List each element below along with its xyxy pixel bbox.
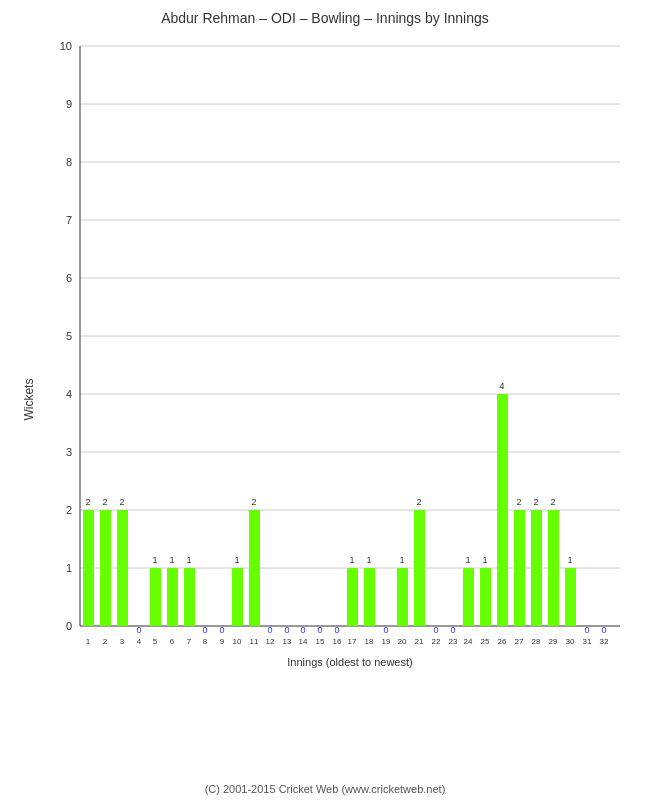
bar-24 — [463, 568, 474, 626]
svg-text:4: 4 — [137, 637, 142, 646]
svg-text:30: 30 — [566, 637, 575, 646]
svg-text:0: 0 — [383, 625, 388, 635]
svg-text:2: 2 — [66, 504, 72, 516]
svg-text:2: 2 — [550, 497, 555, 507]
bar-20 — [397, 568, 408, 626]
svg-text:2: 2 — [533, 497, 538, 507]
svg-text:1: 1 — [465, 555, 470, 565]
svg-text:19: 19 — [382, 637, 391, 646]
bar-1 — [83, 510, 94, 626]
copyright-text: (C) 2001-2015 Cricket Web (www.cricketwe… — [0, 779, 650, 795]
svg-text:2: 2 — [516, 497, 521, 507]
svg-text:1: 1 — [152, 555, 157, 565]
svg-text:1: 1 — [567, 555, 572, 565]
svg-text:24: 24 — [464, 637, 473, 646]
chart-svg: 10 9 8 7 6 5 4 3 2 1 — [50, 36, 640, 716]
bar-2 — [100, 510, 111, 626]
svg-text:9: 9 — [66, 98, 72, 110]
svg-text:7: 7 — [66, 214, 72, 226]
svg-text:11: 11 — [250, 637, 259, 646]
svg-text:3: 3 — [66, 446, 72, 458]
svg-text:3: 3 — [120, 637, 125, 646]
bar-28 — [531, 510, 542, 626]
svg-text:0: 0 — [267, 625, 272, 635]
svg-text:0: 0 — [66, 620, 72, 632]
svg-text:25: 25 — [481, 637, 490, 646]
svg-text:8: 8 — [203, 637, 208, 646]
svg-text:4: 4 — [499, 381, 504, 391]
svg-text:1: 1 — [482, 555, 487, 565]
chart-container: Abdur Rehman – ODI – Bowling – Innings b… — [0, 0, 650, 800]
bar-10 — [232, 568, 243, 626]
bar-25 — [480, 568, 491, 626]
svg-text:0: 0 — [317, 625, 322, 635]
bar-5 — [150, 568, 161, 626]
bar-3 — [117, 510, 128, 626]
svg-text:5: 5 — [153, 637, 158, 646]
svg-text:0: 0 — [334, 625, 339, 635]
svg-text:0: 0 — [219, 625, 224, 635]
y-axis-label: Wickets — [22, 379, 36, 421]
svg-text:6: 6 — [170, 637, 175, 646]
svg-text:20: 20 — [398, 637, 407, 646]
svg-text:12: 12 — [266, 637, 275, 646]
svg-text:1: 1 — [169, 555, 174, 565]
svg-text:1: 1 — [399, 555, 404, 565]
svg-text:0: 0 — [433, 625, 438, 635]
svg-text:13: 13 — [283, 637, 292, 646]
svg-text:1: 1 — [349, 555, 354, 565]
svg-text:1: 1 — [86, 637, 91, 646]
bar-30 — [565, 568, 576, 626]
bar-21 — [414, 510, 425, 626]
chart-title: Abdur Rehman – ODI – Bowling – Innings b… — [0, 0, 650, 31]
svg-text:0: 0 — [300, 625, 305, 635]
svg-text:1: 1 — [66, 562, 72, 574]
svg-text:22: 22 — [432, 637, 441, 646]
bar-18 — [364, 568, 375, 626]
svg-text:0: 0 — [601, 625, 606, 635]
svg-text:2: 2 — [251, 497, 256, 507]
bar-26 — [497, 394, 508, 626]
svg-text:2: 2 — [85, 497, 90, 507]
svg-text:32: 32 — [600, 637, 609, 646]
svg-text:26: 26 — [498, 637, 507, 646]
svg-text:1: 1 — [186, 555, 191, 565]
svg-text:2: 2 — [119, 497, 124, 507]
svg-text:10: 10 — [60, 40, 72, 52]
svg-text:27: 27 — [515, 637, 524, 646]
svg-text:17: 17 — [348, 637, 357, 646]
svg-text:0: 0 — [284, 625, 289, 635]
svg-text:8: 8 — [66, 156, 72, 168]
svg-text:9: 9 — [220, 637, 225, 646]
svg-text:29: 29 — [549, 637, 558, 646]
svg-text:0: 0 — [136, 625, 141, 635]
svg-text:1: 1 — [366, 555, 371, 565]
bar-11 — [249, 510, 260, 626]
svg-text:15: 15 — [316, 637, 325, 646]
svg-text:5: 5 — [66, 330, 72, 342]
x-axis-label: Innings (oldest to newest) — [287, 656, 412, 668]
bar-29 — [548, 510, 559, 626]
svg-text:0: 0 — [202, 625, 207, 635]
svg-text:1: 1 — [234, 555, 239, 565]
svg-text:0: 0 — [584, 625, 589, 635]
svg-text:14: 14 — [299, 637, 308, 646]
svg-text:4: 4 — [66, 388, 72, 400]
bar-17 — [347, 568, 358, 626]
svg-text:10: 10 — [233, 637, 242, 646]
bar-6 — [167, 568, 178, 626]
svg-text:6: 6 — [66, 272, 72, 284]
svg-text:18: 18 — [365, 637, 374, 646]
svg-text:2: 2 — [103, 637, 108, 646]
svg-text:0: 0 — [450, 625, 455, 635]
svg-text:16: 16 — [333, 637, 342, 646]
svg-text:7: 7 — [187, 637, 192, 646]
svg-text:23: 23 — [449, 637, 458, 646]
svg-text:2: 2 — [416, 497, 421, 507]
svg-text:31: 31 — [583, 637, 592, 646]
bar-27 — [514, 510, 525, 626]
svg-text:28: 28 — [532, 637, 541, 646]
bar-7 — [184, 568, 195, 626]
svg-text:21: 21 — [415, 637, 424, 646]
svg-text:2: 2 — [102, 497, 107, 507]
